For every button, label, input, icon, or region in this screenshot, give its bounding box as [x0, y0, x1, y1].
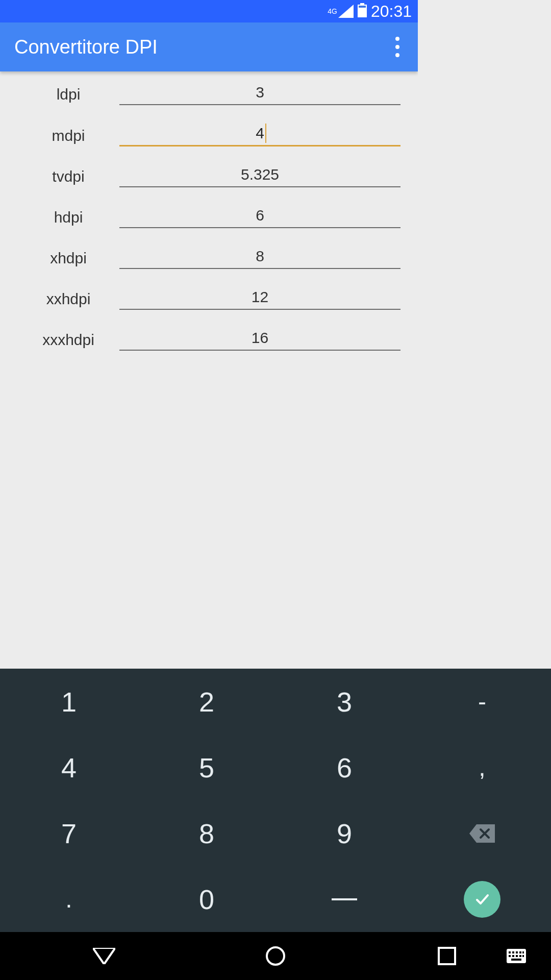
ldpi-input[interactable]: [119, 84, 400, 105]
field-row-mdpi: mdpi: [17, 125, 400, 146]
signal-icon: [338, 5, 354, 18]
field-row-tvdpi: tvdpi: [17, 166, 400, 187]
key-4[interactable]: 4: [0, 734, 138, 743]
field-input-wrap[interactable]: [119, 125, 400, 146]
overflow-dot-icon: [395, 53, 399, 57]
field-label: hdpi: [17, 209, 119, 226]
status-time: 20:31: [371, 2, 412, 21]
field-input-wrap[interactable]: [119, 329, 400, 351]
xhdpi-input[interactable]: [119, 248, 400, 269]
key-minus[interactable]: -: [413, 669, 418, 734]
app-bar: Convertitore DPI: [0, 22, 418, 71]
key-6[interactable]: 6: [276, 734, 413, 743]
field-label: xxhdpi: [17, 290, 119, 308]
field-label: mdpi: [17, 127, 119, 144]
field-label: ldpi: [17, 86, 119, 103]
field-row-xxhdpi: xxhdpi: [17, 288, 400, 310]
xxxhdpi-input[interactable]: [119, 329, 400, 351]
field-input-wrap[interactable]: [119, 288, 400, 310]
overflow-dot-icon: [395, 45, 399, 49]
field-label: xhdpi: [17, 250, 119, 267]
text-cursor: [265, 124, 266, 143]
field-row-xxxhdpi: xxxhdpi: [17, 329, 400, 351]
field-label: xxxhdpi: [17, 331, 119, 349]
field-label: tvdpi: [17, 168, 119, 185]
svg-rect-2: [359, 6, 366, 8]
field-input-wrap[interactable]: [119, 207, 400, 228]
key-3[interactable]: 3: [276, 669, 413, 734]
overflow-dot-icon: [395, 37, 399, 41]
field-input-wrap[interactable]: [119, 166, 400, 187]
field-row-hdpi: hdpi: [17, 207, 400, 228]
numeric-keyboard: 1 2 3 - 4 5 6 , 7 8 9 . 0: [0, 669, 418, 743]
svg-rect-0: [360, 3, 364, 5]
page-title: Convertitore DPI: [14, 36, 158, 58]
content-area: ldpi mdpi tvdpi hdpi xhdpi xxhdpi: [0, 71, 418, 351]
key-comma[interactable]: ,: [413, 734, 418, 743]
hdpi-input[interactable]: [119, 207, 400, 228]
key-2[interactable]: 2: [138, 669, 276, 734]
status-bar: 4G 20:31: [0, 0, 418, 22]
field-input-wrap[interactable]: [119, 84, 400, 105]
overflow-menu-button[interactable]: [391, 33, 404, 61]
field-row-ldpi: ldpi: [17, 84, 400, 105]
xxhdpi-input[interactable]: [119, 288, 400, 310]
key-1[interactable]: 1: [0, 669, 138, 734]
field-row-xhdpi: xhdpi: [17, 248, 400, 269]
tvdpi-input[interactable]: [119, 166, 400, 187]
mdpi-input[interactable]: [119, 125, 400, 146]
key-5[interactable]: 5: [138, 734, 276, 743]
field-input-wrap[interactable]: [119, 248, 400, 269]
network-4g-label: 4G: [328, 7, 337, 15]
battery-icon: [358, 3, 367, 19]
